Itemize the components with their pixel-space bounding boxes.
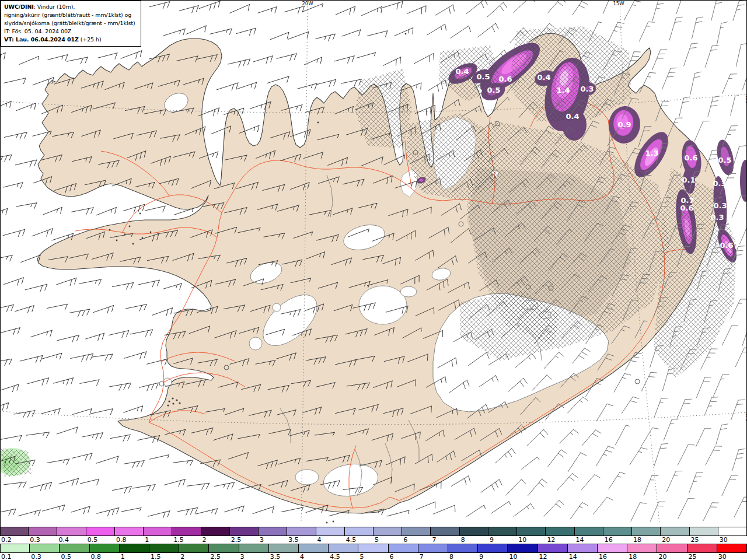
colorbar-cell xyxy=(90,544,120,552)
colorbar-tick-label: 9 xyxy=(490,537,494,544)
colorbar-cell xyxy=(329,544,358,552)
colorbar-tick-label: 20 xyxy=(658,554,666,560)
colorbar-cell xyxy=(269,544,299,552)
init-time: IT: Fös. 05. 04. 2024 00Z xyxy=(4,27,138,36)
colorbar-cell xyxy=(209,544,239,552)
precip-value-label: 0.1 xyxy=(682,176,695,184)
colorbar-cell xyxy=(632,527,661,536)
colorbar-tick-label: 0.1 xyxy=(1,554,12,560)
colorbar-tick-label: 3 xyxy=(260,537,264,544)
colorbar-tick-label: 14 xyxy=(576,537,584,544)
precip-value-label: 0.3 xyxy=(713,201,727,210)
colorbar-tick-label: 5 xyxy=(359,554,364,560)
colorbar-tick-label: 14 xyxy=(569,554,577,560)
precip-value-label: 0.4 xyxy=(537,73,550,82)
colorbar-tick-label: 18 xyxy=(629,554,637,560)
precip-value-label: 0.4 xyxy=(455,67,469,76)
colorbar-cell xyxy=(60,544,89,552)
colorbar-cell xyxy=(149,544,179,552)
precip-value-label: 0.3 xyxy=(710,213,724,222)
colorbar-tick-label: 0.5 xyxy=(88,537,98,544)
colorbar-cell xyxy=(657,544,687,552)
colorbar-cell xyxy=(575,527,603,536)
colorbar-cell xyxy=(230,527,259,536)
precip-value-label: 0.6 xyxy=(680,204,693,212)
precip-value-label: 0.5 xyxy=(487,86,500,94)
colorbar-cell xyxy=(239,544,269,552)
colorbar-cell xyxy=(418,544,448,552)
colorbar-tick-label: 1 xyxy=(121,554,125,560)
colorbar-tick-label: 1.5 xyxy=(151,554,161,560)
colorbar-tick-label: 8 xyxy=(449,554,453,560)
colorbar-tick-label: 4 xyxy=(317,537,322,544)
colorbar-tick-label: 12 xyxy=(539,554,547,560)
title-line-3: slydda/snjókoma (grátt/bleikt/grænt - mm… xyxy=(4,19,138,27)
colorbar-cell xyxy=(0,527,29,536)
colorbar-tick-label: 7 xyxy=(432,537,436,544)
colorbar-tick-label: 30 xyxy=(718,554,727,560)
colorbar-tick-label: 4.5 xyxy=(330,554,340,560)
precip-value-label: 0.5 xyxy=(718,156,731,164)
colorbar-cell xyxy=(29,527,57,536)
title-line-1: UWC/DINI: Vindur (10m), xyxy=(4,3,138,11)
colorbar-rain xyxy=(0,544,747,553)
colorbar-tick-label: 7 xyxy=(420,554,424,560)
colorbar-cell xyxy=(172,527,201,536)
colorbar-tick-label: 25 xyxy=(689,554,697,560)
colorbar-cell xyxy=(460,527,488,536)
colorbar-tick-label: 4.5 xyxy=(346,537,357,544)
title-line-2: rigning/skúrir (grænt/blátt/rautt - mm/1… xyxy=(4,11,138,19)
colorbar-tick-label: 2.5 xyxy=(210,554,221,560)
colorbar-tick-label: 20 xyxy=(662,537,670,544)
colorbar-tick-label: 25 xyxy=(691,537,699,544)
colorbar-tick-label: 0.8 xyxy=(91,554,102,560)
colorbar-tick-label: 10 xyxy=(518,537,526,544)
model-name: UWC/DINI xyxy=(4,4,34,10)
colorbar-tick-label: 0.8 xyxy=(116,537,127,544)
colorbar-cell xyxy=(299,544,329,552)
colorbar-cell xyxy=(358,544,388,552)
colorbar-tick-label: 2 xyxy=(203,537,207,544)
colorbar-cell xyxy=(546,527,574,536)
precip-value-label: 1.4 xyxy=(556,86,570,94)
precip-value-label: 0.3 xyxy=(713,179,726,188)
colorbar-tick-label: 18 xyxy=(633,537,641,544)
colorbar-tick-label: 3.5 xyxy=(288,537,299,544)
precip-value-label: 0.6 xyxy=(720,241,733,250)
colorbar-cell xyxy=(259,527,287,536)
colorbar-cell xyxy=(345,527,374,536)
latitude-label: 64N xyxy=(0,416,2,426)
colorbar-cell xyxy=(374,527,402,536)
colorbar-cell xyxy=(30,544,60,552)
colorbar-cell xyxy=(690,527,718,536)
colorbar-tick-label: 6 xyxy=(403,537,407,544)
precip-value-label: 0.6 xyxy=(498,75,512,83)
colorbar-cell xyxy=(201,527,230,536)
colorbar-tick-label: 1 xyxy=(145,537,149,544)
colorbar-tick-label: 3.5 xyxy=(270,554,281,560)
colorbar-tick-label: 8 xyxy=(461,537,465,544)
colorbar-tick-label: 0.5 xyxy=(61,554,71,560)
valid-time: VT: Lau. 06.04.2024 01Z (+25 h) xyxy=(4,36,138,44)
colorbar-tick-label: 3 xyxy=(240,554,245,560)
colorbar-cell xyxy=(488,527,517,536)
colorbar-sleet-snow xyxy=(0,527,747,536)
colorbar-tick-label: 9 xyxy=(479,554,483,560)
precip-value-label: 0.6 xyxy=(684,153,697,162)
colorbar-cell xyxy=(687,544,717,552)
colorbar-tick-label: 30 xyxy=(720,537,728,544)
colorbar-cell xyxy=(402,527,431,536)
colorbar-tick-label: 1.5 xyxy=(173,537,184,544)
colorbar-tick-label: 2 xyxy=(180,554,184,560)
longitude-label: 15W xyxy=(613,1,624,6)
latitude-label: 66N xyxy=(0,103,2,113)
colorbar-tick-label: 0.4 xyxy=(58,537,69,544)
colorbar-tick-label: 0.3 xyxy=(30,537,40,544)
colorbar-cell xyxy=(538,544,568,552)
colorbar-tick-label: 10 xyxy=(509,554,517,560)
colorbar-cell xyxy=(179,544,209,552)
colorbar-tick-label: 5 xyxy=(375,537,379,544)
precip-value-label: 0.4 xyxy=(566,112,579,121)
colorbar-cell xyxy=(568,544,598,552)
colorbar-cell xyxy=(717,544,747,552)
